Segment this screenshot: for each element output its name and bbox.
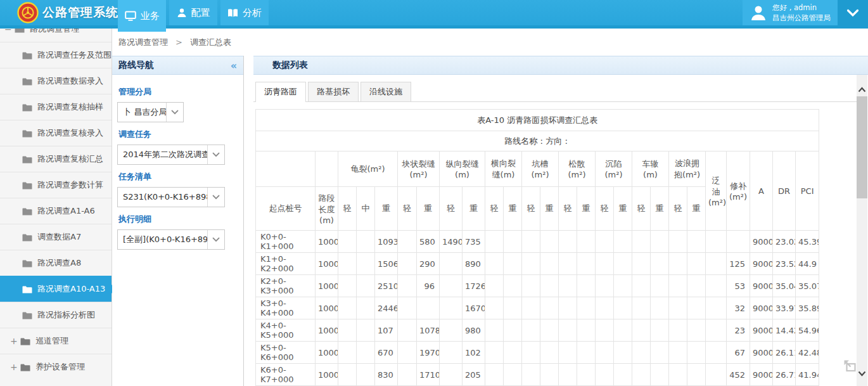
nav-tab-business[interactable]: 业务 (118, 0, 166, 32)
scroll-up-arrow-icon[interactable] (857, 84, 867, 95)
table-row[interactable]: K5+0-K6+0001000670197010267900026.1142.4… (256, 342, 819, 364)
table-cell (577, 297, 596, 319)
table-row[interactable]: K6+0-K7+00010008301710205452900026.7141.… (256, 364, 819, 386)
collapse-panel-icon[interactable]: « (231, 60, 237, 72)
chevron-down-icon[interactable] (207, 230, 224, 249)
table-cell (632, 319, 651, 342)
task-list-value: S231(K0+0-K16+898) (118, 188, 207, 207)
sidebar-item-1[interactable]: 路况调查任务及范围 (0, 42, 112, 68)
sidebar-item-13[interactable]: +养护设备管理 (0, 354, 112, 380)
table-cell (540, 342, 559, 364)
column-header: DR (773, 151, 796, 231)
table-row[interactable]: K4+0-K5+0001000107107898023900014.4254.9… (256, 319, 819, 342)
tab-subgrade-damage[interactable]: 路基损坏 (308, 82, 359, 101)
column-group-header: 坑槽(m²) (522, 151, 559, 187)
table-cell: 35.04 (773, 275, 796, 297)
table-cell: 980 (463, 319, 485, 342)
table-cell: K3+0-K4+000 (256, 297, 316, 319)
column-header: 路段长度(m) (316, 187, 338, 231)
table-cell (485, 253, 504, 275)
table-cell (357, 297, 375, 319)
user-panel[interactable]: 您好 , admin 昌吉州公路管理局 (743, 0, 838, 25)
table-row[interactable]: K1+0-K2+00010001506290890125900023.5244.… (256, 253, 819, 275)
table-cell (614, 342, 632, 364)
sidebar-item-12[interactable]: +巡道管理 (0, 328, 112, 354)
table-cell: 125 (727, 253, 750, 275)
table-cell (632, 275, 651, 297)
nav-tab-analysis[interactable]: 分析 (220, 0, 269, 25)
sidebar: −路况调查管理路况调查任务及范围路况调查数据录入路况调查复核抽样路况调查复核录入… (0, 29, 112, 386)
sidebar-item-2[interactable]: 路况调查数据录入 (0, 68, 112, 94)
sidebar-item-label: 路况调查参数计算 (37, 179, 103, 191)
sidebar-item-10[interactable]: 路况调查A10-A13 (0, 276, 112, 302)
monitor-icon (125, 11, 136, 22)
tab-asphalt-pavement[interactable]: 沥青路面 (255, 82, 306, 102)
nav-tab-config[interactable]: 配置 (169, 0, 217, 25)
folder-icon (22, 51, 32, 60)
sidebar-item-3[interactable]: 路况调查复核抽样 (0, 94, 112, 120)
table-cell: 102 (463, 342, 485, 364)
management-branch-select[interactable]: 卜 昌吉分局 (117, 102, 184, 122)
folder-icon (20, 363, 30, 371)
table-cell: 33.97 (773, 297, 796, 319)
table-cell: 23.52 (773, 253, 796, 275)
execution-detail-select[interactable]: [全副](K0+0-K16+898) (117, 229, 225, 250)
table-cell (632, 342, 651, 364)
table-cell: 452 (727, 364, 750, 386)
task-list-select[interactable]: S231(K0+0-K16+898) (117, 187, 225, 207)
sidebar-item-5[interactable]: 路况调查复核汇总 (0, 146, 112, 172)
sidebar-item-9[interactable]: 路况调查A8 (0, 250, 112, 276)
table-cell (522, 275, 540, 297)
breadcrumb-item[interactable]: 路况调查管理 (118, 37, 168, 48)
table-row[interactable]: K0+0-K1+000100010935801490735900023.0245… (256, 231, 819, 253)
header-dropdown-toggle[interactable] (838, 0, 868, 25)
table-row[interactable]: K2+0-K3+0001000251096172653900035.0435.0… (256, 275, 819, 297)
sidebar-item-label: 路况调查复核抽样 (37, 101, 103, 113)
table-cell: 890 (463, 253, 485, 275)
column-subheader: 重 (417, 187, 440, 231)
table-subtitle: 路线名称：方向： (256, 131, 819, 151)
sidebar-item-8[interactable]: 调查数据A7 (0, 224, 112, 250)
table-cell (522, 319, 540, 342)
table-cell (651, 319, 669, 342)
table-cell (596, 319, 614, 342)
sidebar-item-11[interactable]: 路况指标分析图 (0, 302, 112, 328)
chevron-down-icon (846, 9, 859, 17)
expand-plus-icon[interactable]: + (10, 363, 20, 371)
table-cell (687, 231, 706, 253)
sidebar-item-label: 路况调查复核录入 (37, 127, 103, 139)
table-cell (577, 342, 596, 364)
open-window-icon[interactable] (843, 357, 858, 375)
panel-splitter[interactable] (245, 56, 253, 386)
chevron-down-icon[interactable] (166, 103, 183, 122)
sidebar-item-4[interactable]: 路况调查复核录入 (0, 120, 112, 146)
vertical-scrollbar[interactable] (857, 75, 867, 386)
table-cell: 107 (375, 319, 398, 342)
table-cell: 1000 (316, 297, 338, 319)
app-logo-area: 公路管理系统 (0, 0, 112, 25)
sidebar-item-6[interactable]: 路况调查参数计算 (0, 172, 112, 198)
sidebar-item-7[interactable]: 路况调查A1-A6 (0, 198, 112, 224)
table-cell (440, 319, 463, 342)
survey-task-select[interactable]: 2014年第二次路况调查 (117, 145, 225, 165)
scrollbar-thumb[interactable] (857, 96, 867, 198)
column-header: 泛油(m²) (706, 151, 727, 231)
expand-plus-icon[interactable]: + (10, 337, 20, 345)
execution-detail-value: [全副](K0+0-K16+898) (118, 230, 207, 249)
table-row[interactable]: K3+0-K4+00010002446167032900033.9735.89 (256, 297, 819, 319)
table-cell: 205 (463, 364, 485, 386)
chevron-down-icon[interactable] (207, 145, 224, 164)
app-title: 公路管理系统 (42, 4, 118, 21)
scroll-down-arrow-icon[interactable] (857, 368, 867, 379)
table-cell (398, 275, 417, 297)
table-cell (706, 253, 727, 275)
table-cell: 67 (727, 342, 750, 364)
table-cell (559, 231, 577, 253)
tab-roadside-facilities[interactable]: 沿线设施 (361, 82, 411, 101)
breadcrumb-separator: > (176, 37, 182, 47)
column-subheader: 轻 (485, 187, 504, 231)
table-cell (614, 319, 632, 342)
table-cell (440, 253, 463, 275)
table-cell (504, 253, 522, 275)
chevron-down-icon[interactable] (207, 188, 224, 207)
